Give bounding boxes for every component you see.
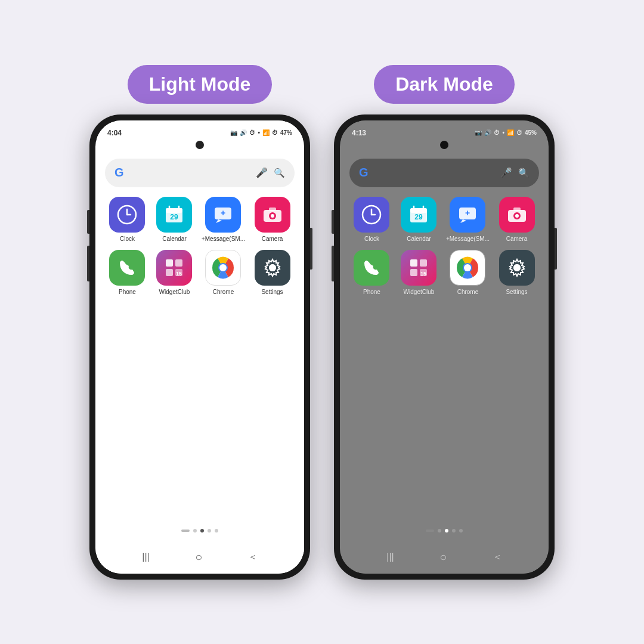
page-dots-dark: [349, 524, 539, 537]
mic-icon-light: 🎤: [256, 167, 268, 178]
page-dots-light: [105, 524, 295, 537]
camera-icon-light: [255, 197, 290, 233]
app-grid-dark: Clock 29 Calendar + +Message(S: [349, 197, 539, 296]
camera-icon-dark: [499, 197, 535, 233]
lens-icon-dark: 🔍: [518, 168, 530, 178]
status-bar-dark: 4:13 📷 🔊 ⏱ • 📶 ⏱ 45%: [340, 120, 549, 140]
lens-icon-light: 🔍: [274, 168, 285, 178]
dark-mode-section: Dark Mode 4:13 📷 🔊 ⏱ • 📶 ⏱ 45%: [334, 65, 555, 580]
settings-icon-light: [255, 250, 290, 286]
search-bar-dark[interactable]: G 🎤 🔍: [349, 159, 539, 187]
clock-icon-light: [109, 197, 145, 233]
nav-recent-light[interactable]: ＜: [248, 551, 258, 564]
chrome-icon-light: [205, 250, 241, 286]
app-phone-dark[interactable]: Phone: [352, 250, 392, 296]
calendar-label-light: Calendar: [162, 236, 187, 243]
svg-point-47: [464, 264, 471, 271]
app-clock-dark[interactable]: Clock: [352, 197, 392, 243]
svg-point-13: [271, 214, 274, 218]
chrome-label-light: Chrome: [213, 289, 234, 296]
clock-icon-dark: [354, 197, 389, 233]
app-calendar-light[interactable]: 29 Calendar: [154, 197, 194, 243]
calendar-icon-dark: 29: [401, 197, 436, 233]
widgetclub-icon-light: 15: [156, 250, 192, 286]
app-camera-light[interactable]: Camera: [252, 197, 292, 243]
calendar-icon-light: 29: [156, 197, 192, 233]
svg-rect-15: [166, 259, 173, 267]
svg-rect-40: [410, 259, 417, 267]
search-bar-light[interactable]: G 🎤 🔍: [105, 159, 295, 187]
svg-rect-39: [513, 208, 521, 211]
notch-dark: [340, 140, 549, 153]
app-calendar-dark[interactable]: 29 Calendar: [399, 197, 439, 243]
widgetclub-label-light: WidgetClub: [159, 289, 190, 296]
phone-label-dark: Phone: [363, 289, 380, 296]
settings-icon-dark: [499, 250, 535, 286]
notch-light: [95, 140, 304, 153]
app-chrome-dark[interactable]: Chrome: [446, 250, 490, 296]
app-phone-light[interactable]: Phone: [107, 250, 147, 296]
message-label-light: +Message(SM...: [202, 236, 245, 243]
svg-rect-41: [420, 259, 427, 267]
svg-point-38: [515, 214, 519, 218]
app-camera-dark[interactable]: Camera: [497, 197, 537, 243]
settings-label-light: Settings: [261, 289, 283, 296]
nav-home-light[interactable]: ○: [195, 550, 202, 564]
light-mode-phone: 4:04 📷 🔊 ⏱ • 📶 ⏱ 47%: [89, 114, 310, 580]
light-mode-section: Light Mode 4:04 📷 🔊 ⏱ • 📶 ⏱ 47%: [89, 65, 310, 580]
nav-back-light[interactable]: |||: [142, 552, 149, 562]
nav-bar-light: ||| ○ ＜: [95, 543, 304, 574]
app-settings-dark[interactable]: Settings: [497, 250, 537, 296]
mic-icon-dark: 🎤: [500, 167, 512, 178]
phone-label-light: Phone: [119, 289, 136, 296]
app-widgetclub-light[interactable]: 15 WidgetClub: [154, 250, 194, 296]
svg-rect-42: [410, 269, 417, 276]
dark-mode-phone: 4:13 📷 🔊 ⏱ • 📶 ⏱ 45%: [334, 114, 555, 580]
svg-rect-4: [166, 208, 182, 213]
nav-home-dark[interactable]: ○: [439, 550, 447, 564]
clock-label-dark: Clock: [364, 236, 379, 243]
svg-text:+: +: [465, 208, 470, 218]
phone-icon-light: [109, 250, 145, 286]
svg-text:15: 15: [420, 271, 426, 277]
widgetclub-icon-dark: 15: [401, 250, 436, 286]
chrome-label-dark: Chrome: [457, 289, 479, 296]
time-dark: 4:13: [352, 129, 366, 137]
chrome-icon-dark: [450, 250, 485, 286]
light-mode-badge: Light Mode: [128, 65, 273, 104]
svg-text:+: +: [221, 208, 225, 218]
app-settings-light[interactable]: Settings: [252, 250, 292, 296]
phone-icon-dark: [354, 250, 389, 286]
svg-rect-16: [175, 259, 182, 267]
nav-bar-dark: ||| ○ ＜: [340, 543, 549, 574]
svg-text:29: 29: [415, 213, 423, 221]
status-icons-dark: 📷 🔊 ⏱ • 📶 ⏱ 45%: [475, 129, 537, 136]
app-chrome-light[interactable]: Chrome: [202, 250, 245, 296]
status-icons-light: 📷 🔊 ⏱ • 📶 ⏱ 47%: [230, 129, 292, 136]
svg-marker-34: [460, 219, 466, 223]
svg-rect-14: [269, 208, 276, 211]
app-grid-light: Clock 29 Calendar + +Message(S: [105, 197, 295, 296]
google-logo-dark: G: [359, 166, 369, 179]
svg-rect-17: [166, 269, 173, 276]
app-message-dark[interactable]: + +Message(SM...: [446, 197, 490, 243]
settings-label-dark: Settings: [506, 289, 527, 296]
screen-content-light: G 🎤 🔍 Clock: [95, 153, 304, 543]
app-widgetclub-dark[interactable]: 15 WidgetClub: [399, 250, 439, 296]
nav-recent-dark[interactable]: ＜: [493, 551, 502, 564]
clock-label-light: Clock: [120, 236, 135, 243]
message-icon-light: +: [205, 197, 241, 233]
app-message-light[interactable]: + +Message(SM...: [202, 197, 245, 243]
svg-point-22: [219, 264, 227, 271]
camera-label-dark: Camera: [506, 236, 528, 243]
svg-text:15: 15: [176, 271, 182, 277]
svg-text:29: 29: [171, 213, 179, 221]
svg-marker-9: [216, 219, 222, 223]
google-logo-light: G: [114, 166, 124, 179]
nav-back-dark[interactable]: |||: [386, 552, 394, 562]
camera-label-light: Camera: [262, 236, 283, 243]
calendar-label-dark: Calendar: [407, 236, 431, 243]
svg-rect-29: [410, 208, 427, 213]
app-clock-light[interactable]: Clock: [107, 197, 147, 243]
message-icon-dark: +: [450, 197, 485, 233]
